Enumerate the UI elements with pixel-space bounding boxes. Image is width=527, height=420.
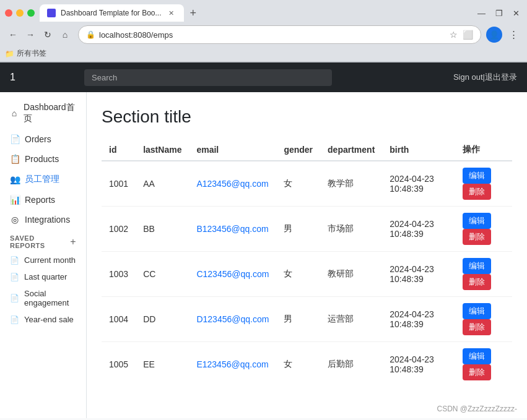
saved-report-last-quarter[interactable]: 📄 Last quarter — [0, 268, 86, 285]
dashboard-icon: ⌂ — [10, 108, 19, 118]
sidebar-label-integrations: Integrations — [25, 215, 70, 225]
col-header-birth: birth — [382, 139, 455, 161]
cell-department: 运营部 — [320, 297, 382, 342]
window-minimize-btn[interactable] — [16, 9, 24, 17]
tab-close-btn[interactable]: ✕ — [167, 8, 176, 18]
edit-btn[interactable]: 编辑 — [463, 258, 491, 274]
cell-department: 教学部 — [320, 161, 382, 207]
cell-birth: 2024-04-23 10:48:39 — [382, 342, 455, 387]
reload-btn[interactable]: ↻ — [40, 27, 56, 43]
saved-report-current-month[interactable]: 📄 Current month — [0, 252, 86, 268]
cell-actions: 编辑删除 — [455, 161, 512, 207]
products-icon: 📋 — [10, 154, 20, 164]
extension-icon[interactable]: ⬜ — [463, 30, 473, 40]
cell-email: E123456@qq.com — [189, 342, 276, 387]
reports-icon: 📊 — [10, 195, 20, 205]
delete-btn[interactable]: 删除 — [463, 184, 491, 200]
saved-report-year-end-sale[interactable]: 📄 Year-end sale — [0, 311, 86, 328]
url-display: localhost:8080/emps — [99, 30, 446, 40]
bookmark-star-icon[interactable]: ☆ — [450, 30, 458, 40]
cell-birth: 2024-04-23 10:48:39 — [382, 207, 455, 252]
email-link[interactable]: C123456@qq.com — [196, 269, 269, 279]
cell-id: 1005 — [102, 342, 136, 387]
saved-report-label-last-quarter: Last quarter — [24, 272, 67, 281]
content-area: Section title idlastNameemailgenderdepar… — [87, 92, 527, 418]
cell-department: 教研部 — [320, 252, 382, 297]
report-icon-last-quarter: 📄 — [10, 273, 19, 281]
table-row: 1001AAA123456@qq.com女教学部2024-04-23 10:48… — [102, 161, 512, 207]
top-navbar: 1 Sign out|退出登录 — [0, 62, 527, 92]
edit-btn[interactable]: 编辑 — [463, 348, 491, 364]
forward-btn[interactable]: → — [22, 27, 38, 43]
orders-icon: 📄 — [10, 134, 20, 144]
sidebar-item-products[interactable]: 📋 Products — [0, 149, 86, 169]
window-close-btn[interactable] — [5, 9, 12, 17]
email-link[interactable]: A123456@qq.com — [196, 179, 268, 189]
delete-btn[interactable]: 删除 — [463, 319, 491, 335]
sign-out-btn[interactable]: Sign out|退出登录 — [453, 72, 517, 83]
cell-gender: 女 — [276, 252, 320, 297]
cell-lastName: CC — [136, 252, 189, 297]
email-link[interactable]: B123456@qq.com — [196, 224, 268, 234]
restore-btn[interactable]: ❐ — [495, 9, 503, 18]
sidebar-item-employees[interactable]: 👥 员工管理 — [0, 169, 86, 190]
sidebar-label-employees: 员工管理 — [25, 174, 59, 185]
edit-btn[interactable]: 编辑 — [463, 168, 491, 184]
lock-icon: 🔒 — [86, 30, 95, 39]
saved-report-label-social-engagement: Social engagement — [24, 289, 76, 307]
table-row: 1005EEE123456@qq.com女后勤部2024-04-23 10:48… — [102, 342, 512, 387]
cell-id: 1004 — [102, 297, 136, 342]
search-input[interactable] — [84, 69, 332, 86]
employees-icon: 👥 — [10, 174, 20, 184]
add-saved-report-btn[interactable]: + — [70, 236, 76, 247]
col-header-操作: 操作 — [455, 139, 512, 161]
sidebar-item-dashboard[interactable]: ⌂ Dashboard首页 — [0, 97, 86, 129]
tab-favicon — [47, 9, 56, 17]
saved-report-label-current-month: Current month — [24, 255, 76, 265]
cell-department: 后勤部 — [320, 342, 382, 387]
sidebar-item-reports[interactable]: 📊 Reports — [0, 190, 86, 210]
active-tab[interactable]: Dashboard Template for Boo... ✕ — [40, 4, 184, 22]
report-icon-current-month: 📄 — [10, 256, 19, 265]
table-row: 1002BBB123456@qq.com男市场部2024-04-23 10:48… — [102, 207, 512, 252]
saved-report-social-engagement[interactable]: 📄 Social engagement — [0, 285, 86, 311]
cell-email: A123456@qq.com — [189, 161, 276, 207]
edit-btn[interactable]: 编辑 — [463, 303, 491, 319]
cell-lastName: AA — [136, 161, 189, 207]
sidebar-item-orders[interactable]: 📄 Orders — [0, 129, 86, 149]
new-tab-btn[interactable]: + — [186, 7, 201, 20]
cell-email: D123456@qq.com — [189, 297, 276, 342]
report-icon-social-engagement: 📄 — [10, 294, 19, 302]
folder-icon: 📁 — [5, 49, 14, 58]
email-link[interactable]: E123456@qq.com — [196, 359, 268, 369]
email-link[interactable]: D123456@qq.com — [196, 314, 269, 324]
col-header-email: email — [189, 139, 276, 161]
sidebar-label-dashboard: Dashboard首页 — [24, 102, 76, 124]
delete-btn[interactable]: 删除 — [463, 364, 491, 380]
home-btn[interactable]: ⌂ — [57, 27, 73, 43]
watermark: CSDN @ZzzZzzzZzzzz- — [437, 405, 517, 413]
table-row: 1004DDD123456@qq.com男运营部2024-04-23 10:48… — [102, 297, 512, 342]
minimize-btn[interactable]: — — [477, 9, 486, 18]
profile-btn[interactable]: 👤 — [486, 27, 502, 43]
cell-gender: 男 — [276, 207, 320, 252]
sidebar: ⌂ Dashboard首页 📄 Orders 📋 Products 👥 员工管理… — [0, 92, 87, 418]
address-bar[interactable]: 🔒 localhost:8080/emps ☆ ⬜ — [78, 25, 481, 44]
back-btn[interactable]: ← — [5, 27, 21, 43]
col-header-gender: gender — [276, 139, 320, 161]
cell-actions: 编辑删除 — [455, 252, 512, 297]
saved-reports-label: SAVED REPORTS — [10, 234, 70, 249]
delete-btn[interactable]: 删除 — [463, 274, 491, 290]
tab-title: Dashboard Template for Boo... — [61, 9, 162, 17]
sidebar-item-integrations[interactable]: ◎ Integrations — [0, 210, 86, 229]
window-maximize-btn[interactable] — [27, 9, 35, 17]
close-btn[interactable]: ✕ — [513, 9, 520, 18]
menu-btn[interactable]: ⋮ — [505, 26, 522, 43]
table-row: 1003CCC123456@qq.com女教研部2024-04-23 10:48… — [102, 252, 512, 297]
delete-btn[interactable]: 删除 — [463, 229, 491, 245]
cell-lastName: EE — [136, 342, 189, 387]
bookmarks-label: 所有书签 — [17, 48, 46, 59]
edit-btn[interactable]: 编辑 — [463, 213, 491, 229]
sidebar-label-reports: Reports — [25, 195, 55, 205]
saved-reports-section: SAVED REPORTS + — [0, 229, 86, 252]
